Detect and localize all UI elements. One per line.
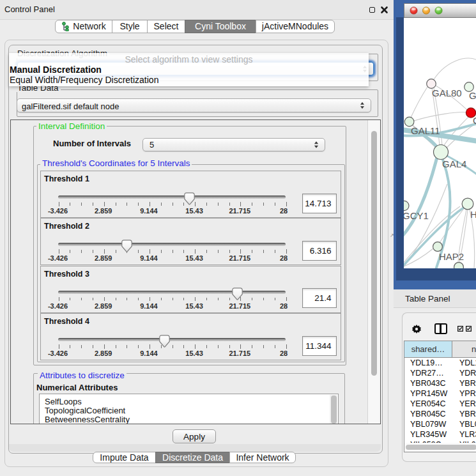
svg-text:H: H [470,209,476,220]
svg-text:G: G [473,115,476,126]
svg-text:GAL11: GAL11 [411,125,440,136]
svg-text:HAP2: HAP2 [439,251,464,262]
svg-text:GAL80: GAL80 [432,88,462,98]
svg-text:GAL4: GAL4 [442,158,466,169]
svg-text:GCY1: GCY1 [404,210,429,221]
svg-text:GA: GA [469,90,476,101]
